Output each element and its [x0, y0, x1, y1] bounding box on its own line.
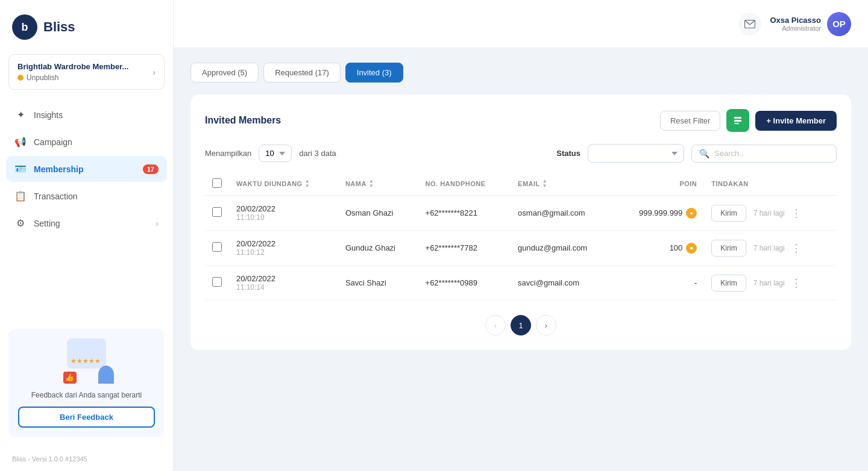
invite-member-button[interactable]: + Invite Member	[755, 111, 837, 131]
sidebar-item-setting[interactable]: ⚙ Setting ›	[6, 210, 167, 236]
svg-rect-3	[734, 123, 739, 124]
kirim-button-2[interactable]: Kirim	[711, 275, 746, 292]
version-label: Bliss - Versi 1.0.0 #12345	[0, 449, 173, 471]
members-table: WAKTU DIUNDANG ▲▼ NAMA ▲▼ NO. HANDPHONE	[205, 172, 837, 301]
row-nama-1: Gunduz Ghazi	[338, 231, 418, 266]
card-title: Invited Members	[205, 115, 281, 126]
search-icon: 🔍	[699, 149, 709, 158]
promo-text: Feedback dari Anda sangat berarti	[18, 390, 155, 401]
user-details: Oxsa Picasso Administrator	[770, 16, 821, 32]
row-checkbox-cell	[205, 266, 229, 301]
promo-person-icon	[98, 366, 114, 384]
select-all-checkbox[interactable]	[212, 178, 222, 188]
user-name: Oxsa Picasso	[770, 16, 821, 25]
sidebar-item-membership[interactable]: 🪪 Membership 17	[6, 156, 167, 182]
search-wrap: 🔍	[691, 145, 837, 163]
workspace-name: Brightlab Wardrobe Member...	[17, 62, 128, 71]
days-label-1: 7 hari lagi	[753, 244, 785, 252]
kirim-button-0[interactable]: Kirim	[711, 205, 746, 222]
tab-approved[interactable]: Approved (5)	[190, 63, 259, 83]
tabs: Approved (5) Requested (17) Invited (3)	[190, 63, 851, 83]
mail-button[interactable]	[738, 13, 761, 36]
workspace-selector[interactable]: Brightlab Wardrobe Member... Unpublish ›	[8, 54, 165, 90]
sidebar-item-membership-label: Membership	[34, 164, 83, 174]
campaign-icon: 📢	[14, 136, 27, 148]
row-phone-0: +62*******8221	[418, 196, 511, 231]
data-count-label: dari 3 data	[299, 149, 336, 158]
filter-row: Menampilkan 10 25 50 dari 3 data Status …	[205, 144, 837, 163]
table-row: 20/02/2022 11:10:14 Savci Shazi +62*****…	[205, 266, 837, 301]
export-icon	[733, 116, 743, 125]
row-waktu-1: 20/02/2022 11:10:12	[229, 231, 338, 266]
row-poin-0: 999.999.999 ●	[614, 196, 704, 231]
sidebar: b Bliss Brightlab Wardrobe Member... Unp…	[0, 0, 174, 471]
workspace-info: Brightlab Wardrobe Member... Unpublish	[17, 62, 128, 82]
reset-filter-button[interactable]: Reset Filter	[660, 111, 720, 131]
promo-thumb-icon: 👍	[63, 372, 77, 384]
insights-icon: ✦	[14, 109, 27, 120]
sidebar-item-campaign[interactable]: 📢 Campaign	[6, 129, 167, 155]
next-page-button[interactable]: ›	[536, 315, 556, 335]
coin-icon: ●	[686, 208, 697, 219]
promo-monitor: ★★★★★	[67, 338, 106, 369]
nav-items: ✦ Insights 📢 Campaign 🪪 Membership 17 📋 …	[0, 102, 173, 323]
per-page-select[interactable]: 10 25 50	[259, 145, 292, 162]
setting-icon: ⚙	[14, 217, 27, 229]
row-tindakan-2: Kirim 7 hari lagi ⋮	[704, 266, 837, 301]
workspace-status: Unpublish	[17, 73, 128, 82]
row-phone-2: +62*******0989	[418, 266, 511, 301]
row-email-0: osman@gmail.com	[511, 196, 614, 231]
feedback-button[interactable]: Beri Feedback	[18, 407, 155, 428]
user-info-area: Oxsa Picasso Administrator OP	[770, 12, 851, 36]
days-label-2: 7 hari lagi	[753, 279, 785, 287]
row-checkbox-cell	[205, 231, 229, 266]
search-input[interactable]	[714, 149, 829, 158]
page-1-button[interactable]: 1	[511, 315, 531, 335]
row-checkbox-2[interactable]	[212, 277, 222, 287]
header-email: EMAIL ▲▼	[511, 172, 614, 196]
export-button[interactable]	[726, 109, 749, 132]
row-waktu-0: 20/02/2022 11:10:10	[229, 196, 338, 231]
status-filter-label: Status	[556, 149, 580, 158]
setting-arrow-icon: ›	[156, 219, 159, 228]
sidebar-item-insights-label: Insights	[34, 110, 63, 120]
promo-illustration: ★★★★★ 👍	[60, 338, 114, 384]
content-area: Approved (5) Requested (17) Invited (3) …	[174, 48, 868, 471]
card-header: Invited Members Reset Filter + Invite Me…	[205, 109, 837, 132]
row-checkbox-cell	[205, 196, 229, 231]
action-menu-0[interactable]: ⋮	[788, 207, 804, 220]
action-menu-1[interactable]: ⋮	[788, 242, 804, 255]
coin-icon: ●	[686, 243, 697, 254]
sidebar-item-transaction-label: Transaction	[34, 192, 78, 201]
header-phone: NO. HANDPHONE	[418, 172, 511, 196]
tab-invited[interactable]: Invited (3)	[345, 63, 403, 83]
svg-rect-1	[734, 117, 741, 119]
topbar: Oxsa Picasso Administrator OP	[174, 0, 868, 48]
showing-label: Menampilkan	[205, 149, 251, 158]
chevron-right-icon: ›	[153, 67, 156, 77]
sidebar-item-insights[interactable]: ✦ Insights	[6, 102, 167, 128]
kirim-button-1[interactable]: Kirim	[711, 240, 746, 257]
avatar[interactable]: OP	[827, 12, 851, 36]
logo-icon: b	[12, 14, 37, 40]
prev-page-button[interactable]: ‹	[485, 315, 506, 335]
row-poin-1: 100 ●	[614, 231, 704, 266]
row-checkbox-0[interactable]	[212, 207, 222, 217]
table-row: 20/02/2022 11:10:10 Osman Ghazi +62*****…	[205, 196, 837, 231]
row-tindakan-1: Kirim 7 hari lagi ⋮	[704, 231, 837, 266]
topbar-right: Oxsa Picasso Administrator OP	[738, 12, 851, 36]
days-label-0: 7 hari lagi	[753, 209, 785, 217]
tab-requested[interactable]: Requested (17)	[263, 63, 341, 83]
main-area: Oxsa Picasso Administrator OP Approved (…	[174, 0, 868, 471]
header-checkbox-cell	[205, 172, 229, 196]
sort-arrows-email: ▲▼	[542, 179, 547, 189]
sidebar-item-transaction[interactable]: 📋 Transaction	[6, 183, 167, 209]
row-phone-1: +62*******7782	[418, 231, 511, 266]
header-tindakan: TINDAKAN	[704, 172, 837, 196]
header-nama: NAMA ▲▼	[338, 172, 418, 196]
transaction-icon: 📋	[14, 190, 27, 202]
row-checkbox-1[interactable]	[212, 242, 222, 252]
status-select[interactable]: Active Inactive	[588, 144, 684, 163]
membership-badge: 17	[143, 164, 159, 174]
action-menu-2[interactable]: ⋮	[788, 276, 804, 290]
